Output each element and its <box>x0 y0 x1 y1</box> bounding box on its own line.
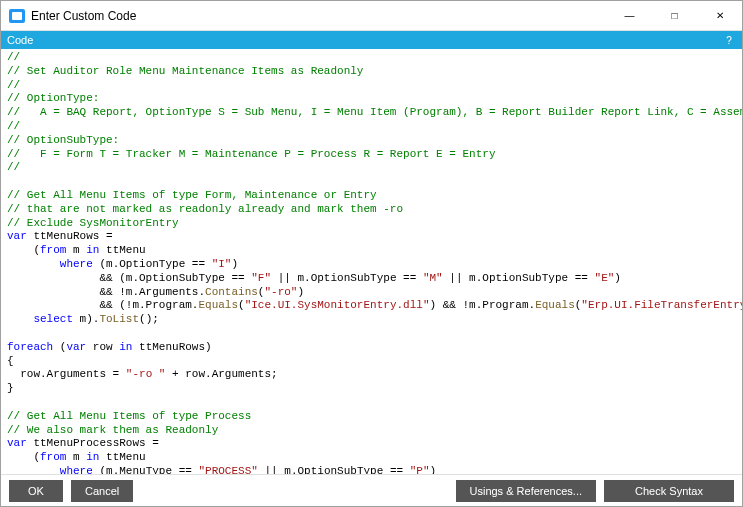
custom-code-window: Enter Custom Code ― □ ✕ Code ? // // Set… <box>0 0 743 507</box>
code-token-method: Contains <box>205 286 258 298</box>
usings-references-button[interactable]: Usings & References... <box>456 480 597 502</box>
code-token-keyword: var <box>66 341 86 353</box>
code-token-string: "-ro " <box>126 368 166 380</box>
code-token-string: "E" <box>595 272 615 284</box>
code-token-keyword: where <box>60 465 93 474</box>
code-section-label: Code <box>7 34 33 46</box>
code-token-method: Equals <box>198 299 238 311</box>
code-token-plain: m <box>66 451 86 463</box>
code-token-keyword: in <box>119 341 132 353</box>
code-token-keyword: from <box>40 244 66 256</box>
code-token-comment: // OptionType: <box>7 92 99 104</box>
window-title: Enter Custom Code <box>31 9 136 23</box>
code-token-comment: // <box>7 120 20 132</box>
titlebar: Enter Custom Code ― □ ✕ <box>1 1 742 31</box>
code-token-keyword: var <box>7 437 27 449</box>
code-token-keyword: select <box>33 313 73 325</box>
code-token-comment: // <box>7 161 20 173</box>
code-token-string: "F" <box>251 272 271 284</box>
code-token-plain: || m.OptionSubType == <box>258 465 410 474</box>
code-token-keyword: from <box>40 451 66 463</box>
code-token-plain: ( <box>53 341 66 353</box>
code-token-plain: && (m.OptionSubType == <box>7 272 251 284</box>
code-token-plain: row.Arguments = <box>7 368 126 380</box>
code-token-comment: // F = Form T = Tracker M = Maintenance … <box>7 148 495 160</box>
code-token-comment: // Exclude SysMonitorEntry <box>7 217 179 229</box>
code-token-string: "-ro" <box>264 286 297 298</box>
code-token-plain: ( <box>7 451 40 463</box>
code-token-keyword: where <box>60 258 93 270</box>
code-token-keyword: var <box>7 230 27 242</box>
code-token-string: "Erp.UI.FileTransferEntry.dll" <box>581 299 742 311</box>
code-token-string: "PROCESS" <box>198 465 257 474</box>
maximize-button[interactable]: □ <box>652 1 697 31</box>
code-token-keyword: in <box>86 451 99 463</box>
help-icon[interactable]: ? <box>722 33 736 47</box>
code-token-plain: ttMenu <box>99 451 145 463</box>
code-token-comment: // that are not marked as readonly alrea… <box>7 203 403 215</box>
minimize-button[interactable]: ― <box>607 1 652 31</box>
code-token-plain: || m.OptionSubType == <box>443 272 595 284</box>
code-token-plain: } <box>7 382 14 394</box>
code-token-plain: ) <box>614 272 621 284</box>
code-token-plain: row <box>86 341 119 353</box>
code-token-plain: || m.OptionSubType == <box>271 272 423 284</box>
code-token-plain: m <box>66 244 86 256</box>
code-token-plain <box>7 313 33 325</box>
code-token-plain: ttMenuRows) <box>132 341 211 353</box>
code-token-plain: { <box>7 355 14 367</box>
code-token-plain <box>7 465 60 474</box>
code-token-plain: ( <box>238 299 245 311</box>
code-token-plain: ) && !m.Program. <box>430 299 536 311</box>
code-token-keyword: in <box>86 244 99 256</box>
close-button[interactable]: ✕ <box>697 1 742 31</box>
code-token-plain: ttMenuProcessRows = <box>27 437 159 449</box>
code-token-plain: + row.Arguments; <box>165 368 277 380</box>
code-token-plain: ( <box>7 244 40 256</box>
code-token-plain: (m.OptionType == <box>93 258 212 270</box>
ok-button[interactable]: OK <box>9 480 63 502</box>
check-syntax-button[interactable]: Check Syntax <box>604 480 734 502</box>
code-token-string: "M" <box>423 272 443 284</box>
code-token-plain: (m.MenuType == <box>93 465 199 474</box>
code-editor[interactable]: // // Set Auditor Role Menu Maintenance … <box>1 49 742 474</box>
code-token-plain: ) <box>430 465 437 474</box>
code-token-string: "Ice.UI.SysMonitorEntry.dll" <box>245 299 430 311</box>
code-token-method: ToList <box>99 313 139 325</box>
code-token-plain <box>7 258 60 270</box>
code-token-plain: && !m.Arguments. <box>7 286 205 298</box>
code-token-keyword: foreach <box>7 341 53 353</box>
button-bar: OK Cancel Usings & References... Check S… <box>1 474 742 506</box>
code-token-string: "P" <box>410 465 430 474</box>
code-token-comment: // Get All Menu Items of type Form, Main… <box>7 189 377 201</box>
cancel-button[interactable]: Cancel <box>71 480 133 502</box>
code-token-plain: m). <box>73 313 99 325</box>
code-token-comment: // We also mark them as Readonly <box>7 424 218 436</box>
code-token-string: "I" <box>212 258 232 270</box>
code-token-plain: ) <box>297 286 304 298</box>
code-token-plain: ) <box>231 258 238 270</box>
code-token-comment: // A = BAQ Report, OptionType S = Sub Me… <box>7 106 742 118</box>
code-section-header: Code ? <box>1 31 742 49</box>
code-token-plain: ttMenu <box>99 244 145 256</box>
app-icon <box>9 9 25 23</box>
code-token-comment: // Get All Menu Items of type Process <box>7 410 251 422</box>
code-token-method: Equals <box>535 299 575 311</box>
code-token-plain: ttMenuRows = <box>27 230 113 242</box>
code-token-comment: // OptionSubType: <box>7 134 119 146</box>
code-token-comment: // <box>7 51 20 63</box>
code-token-comment: // Set Auditor Role Menu Maintenance Ite… <box>7 65 363 77</box>
code-token-comment: // <box>7 79 20 91</box>
code-token-plain: && (!m.Program. <box>7 299 198 311</box>
code-token-plain: (); <box>139 313 159 325</box>
